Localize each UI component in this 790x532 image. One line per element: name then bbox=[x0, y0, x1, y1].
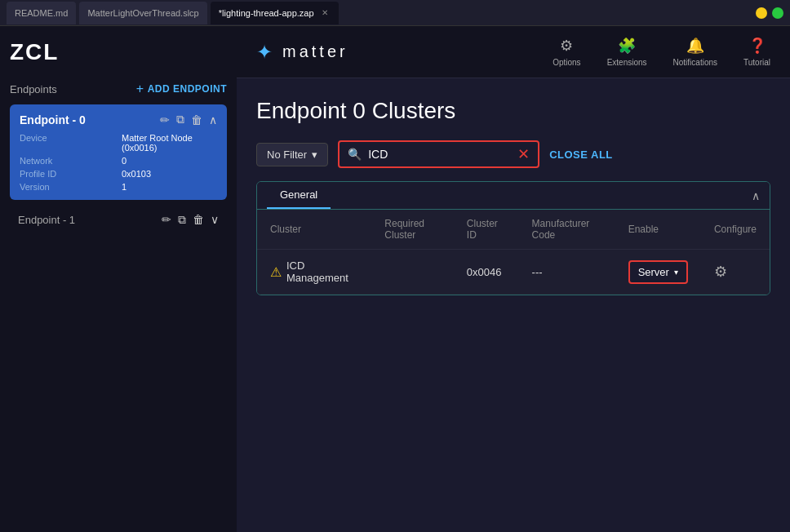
endpoint-1-edit-icon[interactable]: ✏ bbox=[162, 213, 171, 227]
required-cluster-cell bbox=[371, 250, 454, 295]
cluster-table: Cluster Required Cluster Cluster ID Manu… bbox=[257, 210, 770, 295]
manufacturer-code-cell: --- bbox=[519, 250, 615, 295]
network-label: Network bbox=[20, 156, 115, 166]
cluster-name-cell: ⚠ ICD Management bbox=[257, 250, 371, 295]
readme-tab-label: README.md bbox=[15, 8, 68, 18]
search-icon: 🔍 bbox=[348, 148, 362, 161]
app-body: ZCL Endpoints + ADD ENDPOINT Endpoint - … bbox=[0, 26, 790, 532]
col-cluster: Cluster bbox=[257, 210, 371, 250]
extensions-label: Extensions bbox=[607, 58, 647, 67]
extensions-icon: 🧩 bbox=[618, 37, 636, 55]
window-controls bbox=[756, 7, 783, 19]
zap-tab-label: *lighting-thread-app.zap bbox=[219, 8, 314, 18]
device-label: Device bbox=[20, 133, 115, 153]
configure-gear-icon[interactable]: ⚙ bbox=[714, 264, 727, 280]
filter-bar: No Filter ▾ 🔍 ✕ CLOSE ALL bbox=[256, 140, 770, 168]
add-endpoint-button[interactable]: + ADD ENDPOINT bbox=[136, 82, 227, 96]
general-tab[interactable]: General bbox=[267, 182, 331, 209]
page-title: Endpoint 0 Clusters bbox=[256, 98, 770, 124]
col-manufacturer: Manufacturer Code bbox=[519, 210, 615, 250]
tab-matter[interactable]: MatterLightOverThread.slcp bbox=[79, 2, 206, 24]
top-toolbar: ✦ matter ⚙ Options 🧩 Extensions 🔔 Notifi… bbox=[237, 26, 790, 78]
enable-dropdown[interactable]: Server ▾ bbox=[628, 260, 688, 284]
col-required: Required Cluster bbox=[371, 210, 454, 250]
add-icon: + bbox=[136, 82, 144, 96]
filter-label: No Filter bbox=[267, 149, 307, 161]
col-configure: Configure bbox=[701, 210, 770, 250]
endpoint-1-row[interactable]: Endpoint - 1 ✏ ⧉ 🗑 ∨ bbox=[10, 206, 227, 233]
profile-id-value: 0x0103 bbox=[122, 169, 217, 179]
enable-chevron-icon: ▾ bbox=[674, 268, 678, 277]
options-icon: ⚙ bbox=[560, 37, 573, 55]
endpoint-0-props: Device Matter Root Node (0x0016) Network… bbox=[20, 133, 217, 192]
endpoint-0-actions: ✏ ⧉ 🗑 ∧ bbox=[160, 113, 217, 126]
endpoint-0-card[interactable]: Endpoint - 0 ✏ ⧉ 🗑 ∧ Device Matter Root … bbox=[10, 104, 227, 200]
version-label: Version bbox=[20, 182, 115, 192]
search-clear-icon[interactable]: ✕ bbox=[517, 147, 530, 162]
version-value: 1 bbox=[122, 182, 217, 192]
sidebar: ZCL Endpoints + ADD ENDPOINT Endpoint - … bbox=[0, 26, 237, 532]
endpoint-1-expand-icon[interactable]: ∨ bbox=[211, 213, 219, 227]
content-area: Endpoint 0 Clusters No Filter ▾ 🔍 ✕ CLOS… bbox=[237, 78, 790, 532]
cluster-tab-row: General ∧ bbox=[257, 182, 770, 210]
search-input[interactable] bbox=[368, 148, 511, 161]
filter-dropdown[interactable]: No Filter ▾ bbox=[256, 143, 328, 166]
network-value: 0 bbox=[122, 156, 217, 166]
endpoint-1-title: Endpoint - 1 bbox=[18, 214, 75, 226]
sidebar-logo: ZCL bbox=[10, 39, 227, 65]
minimize-button[interactable] bbox=[756, 7, 767, 19]
device-value: Matter Root Node (0x0016) bbox=[122, 133, 217, 153]
close-all-button[interactable]: CLOSE ALL bbox=[549, 149, 613, 161]
cluster-name: ICD Management bbox=[286, 259, 358, 284]
options-label: Options bbox=[553, 58, 580, 67]
tab-close-icon[interactable]: ✕ bbox=[319, 7, 331, 18]
endpoints-label: Endpoints bbox=[10, 83, 57, 95]
profile-id-label: Profile ID bbox=[20, 169, 115, 179]
tutorial-icon: ❓ bbox=[748, 37, 766, 55]
main-content: ✦ matter ⚙ Options 🧩 Extensions 🔔 Notifi… bbox=[237, 26, 790, 532]
notifications-icon: 🔔 bbox=[686, 37, 704, 55]
edit-icon[interactable]: ✏ bbox=[160, 113, 170, 126]
enable-value: Server bbox=[638, 266, 669, 278]
table-row: ⚠ ICD Management 0x0046 --- Server ▾ bbox=[257, 250, 770, 295]
endpoint-0-title: Endpoint - 0 bbox=[20, 113, 86, 126]
matter-tab-label: MatterLightOverThread.slcp bbox=[87, 8, 198, 18]
collapse-icon[interactable]: ∧ bbox=[209, 113, 217, 126]
endpoint-1-delete-icon[interactable]: 🗑 bbox=[193, 213, 204, 227]
toolbar-options[interactable]: ⚙ Options bbox=[553, 37, 580, 67]
title-bar: README.md MatterLightOverThread.slcp *li… bbox=[0, 0, 790, 26]
toolbar-extensions[interactable]: 🧩 Extensions bbox=[607, 37, 647, 67]
search-box: 🔍 ✕ bbox=[338, 140, 539, 168]
configure-cell: ⚙ bbox=[701, 250, 770, 295]
notifications-label: Notifications bbox=[673, 58, 717, 67]
cluster-id-cell: 0x0046 bbox=[454, 250, 519, 295]
matter-label: matter bbox=[282, 42, 348, 61]
toolbar-notifications[interactable]: 🔔 Notifications bbox=[673, 37, 717, 67]
warning-icon: ⚠ bbox=[270, 264, 282, 280]
endpoint-1-actions: ✏ ⧉ 🗑 ∨ bbox=[162, 213, 219, 227]
cluster-panel: General ∧ Cluster Required Cluster Clust… bbox=[256, 181, 770, 295]
matter-star-icon: ✦ bbox=[256, 41, 276, 64]
filter-chevron-icon: ▾ bbox=[312, 149, 317, 161]
maximize-button[interactable] bbox=[772, 7, 783, 19]
col-cluster-id: Cluster ID bbox=[454, 210, 519, 250]
endpoint-0-header: Endpoint - 0 ✏ ⧉ 🗑 ∧ bbox=[20, 113, 217, 126]
delete-icon[interactable]: 🗑 bbox=[191, 113, 202, 126]
endpoint-1-copy-icon[interactable]: ⧉ bbox=[178, 213, 186, 227]
endpoints-header: Endpoints + ADD ENDPOINT bbox=[10, 82, 227, 96]
cluster-collapse-icon[interactable]: ∧ bbox=[752, 189, 760, 202]
tab-zap[interactable]: *lighting-thread-app.zap ✕ bbox=[211, 2, 339, 24]
toolbar-tutorial[interactable]: ❓ Tutorial bbox=[743, 37, 770, 67]
matter-logo: ✦ matter bbox=[256, 41, 348, 64]
tutorial-label: Tutorial bbox=[743, 58, 770, 67]
col-enable: Enable bbox=[615, 210, 701, 250]
copy-icon[interactable]: ⧉ bbox=[176, 113, 184, 126]
tab-readme[interactable]: README.md bbox=[7, 2, 76, 24]
enable-cell: Server ▾ bbox=[615, 250, 701, 295]
add-endpoint-label: ADD ENDPOINT bbox=[148, 83, 227, 95]
